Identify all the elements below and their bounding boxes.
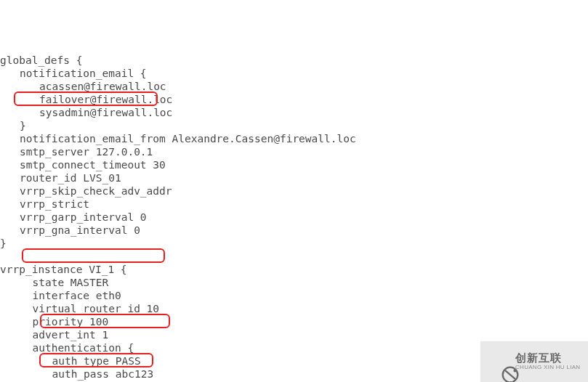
config-line: sysadmin@firewall.loc — [0, 106, 588, 119]
config-line: virtual_router_id 10 — [0, 302, 588, 315]
config-line: vrrp_instance VI_1 { — [0, 263, 588, 276]
config-line: smtp_connect_timeout 30 — [0, 158, 588, 171]
config-line: notification_email_from Alexandre.Cassen… — [0, 132, 588, 145]
config-line: notification_email { — [0, 67, 588, 80]
config-line: router_id LVS_01 — [0, 171, 588, 184]
config-code-block: global_defs {notification_email {acassen… — [0, 52, 588, 382]
config-line: priority 100 — [0, 315, 588, 328]
config-line: vrrp_strict — [0, 198, 588, 211]
config-line: smtp_server 127.0.0.1 — [0, 145, 588, 158]
watermark-subtitle: CHUANG XIN HU LIAN — [515, 365, 580, 371]
watermark-logo-icon — [488, 351, 510, 373]
config-line — [0, 250, 588, 263]
config-line: advert_int 1 — [0, 328, 588, 341]
config-line: } — [0, 237, 588, 250]
config-line: global_defs { — [0, 54, 588, 67]
watermark-badge: 创新互联 CHUANG XIN HU LIAN — [480, 341, 588, 382]
watermark-title: 创新互联 — [515, 352, 580, 365]
config-line: acassen@firewall.loc — [0, 80, 588, 93]
config-line: vrrp_garp_interval 0 — [0, 211, 588, 224]
config-line: state MASTER — [0, 276, 588, 289]
config-line: vrrp_gna_interval 0 — [0, 224, 588, 237]
config-line: failover@firewall.loc — [0, 93, 588, 106]
config-line: interface eth0 — [0, 289, 588, 302]
config-line: } — [0, 119, 588, 132]
config-line: vrrp_skip_check_adv_addr — [0, 184, 588, 198]
